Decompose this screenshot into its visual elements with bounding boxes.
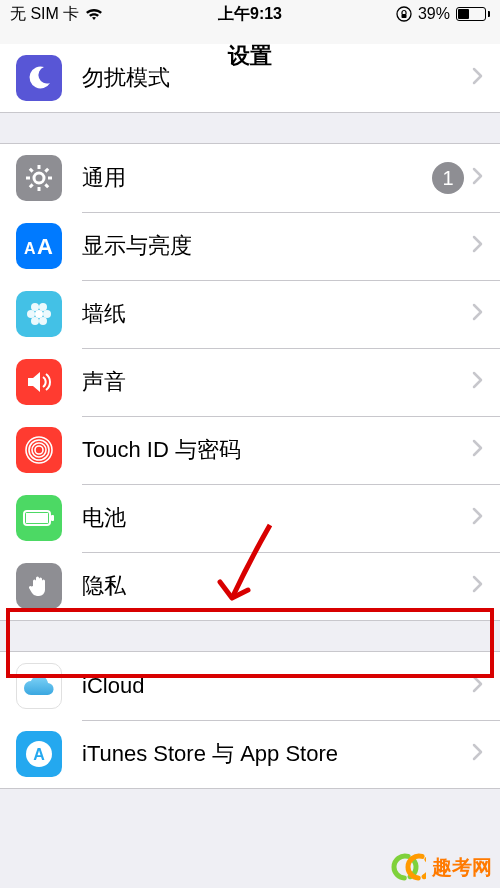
watermark-text: 趣考网 bbox=[432, 854, 492, 881]
aa-icon: AA bbox=[16, 223, 62, 269]
cell-wallpaper[interactable]: 墙纸 bbox=[0, 280, 500, 348]
svg-text:A: A bbox=[33, 746, 45, 763]
chevron-right-icon bbox=[472, 743, 484, 765]
gear-icon bbox=[16, 155, 62, 201]
svg-text:A: A bbox=[24, 240, 36, 257]
svg-point-23 bbox=[26, 437, 52, 463]
svg-point-16 bbox=[31, 317, 39, 325]
svg-rect-1 bbox=[401, 14, 406, 18]
watermark-logo-icon bbox=[390, 852, 426, 882]
cell-label: 墙纸 bbox=[82, 299, 472, 329]
cell-label: Touch ID 与密码 bbox=[82, 435, 472, 465]
svg-point-20 bbox=[35, 446, 43, 454]
chevron-right-icon bbox=[472, 371, 484, 393]
cell-itunes[interactable]: AiTunes Store 与 App Store bbox=[0, 720, 500, 788]
carrier-text: 无 SIM 卡 bbox=[10, 4, 79, 25]
cell-label: 通用 bbox=[82, 163, 432, 193]
settings-group: iCloudAiTunes Store 与 App Store bbox=[0, 651, 500, 789]
svg-point-21 bbox=[32, 443, 46, 457]
chevron-right-icon bbox=[472, 67, 484, 89]
svg-point-18 bbox=[31, 303, 39, 311]
chevron-right-icon bbox=[472, 167, 484, 189]
cell-label: 勿扰模式 bbox=[82, 63, 472, 93]
svg-line-10 bbox=[45, 169, 48, 172]
svg-rect-26 bbox=[51, 515, 54, 521]
battery-percent: 39% bbox=[418, 5, 450, 23]
svg-point-13 bbox=[35, 310, 43, 318]
orientation-lock-icon bbox=[396, 6, 412, 22]
svg-line-4 bbox=[45, 184, 48, 187]
status-bar: 无 SIM 卡 上午9:13 39% bbox=[0, 0, 500, 28]
cell-icloud[interactable]: iCloud bbox=[0, 652, 500, 720]
svg-text:A: A bbox=[37, 234, 53, 259]
watermark: 趣考网 bbox=[390, 852, 492, 882]
battery-icon bbox=[456, 7, 490, 21]
svg-point-19 bbox=[39, 303, 47, 311]
svg-rect-25 bbox=[26, 513, 48, 523]
cloud-icon bbox=[16, 663, 62, 709]
speaker-icon bbox=[16, 359, 62, 405]
cell-label: 显示与亮度 bbox=[82, 231, 472, 261]
cell-label: iCloud bbox=[82, 673, 472, 699]
cell-label: iTunes Store 与 App Store bbox=[82, 739, 472, 769]
chevron-right-icon bbox=[472, 303, 484, 325]
appstore-icon: A bbox=[16, 731, 62, 777]
chevron-right-icon bbox=[472, 439, 484, 461]
cell-dnd[interactable]: 勿扰模式 bbox=[0, 44, 500, 112]
svg-point-2 bbox=[34, 173, 44, 183]
status-time: 上午9:13 bbox=[218, 4, 282, 25]
svg-line-6 bbox=[30, 184, 33, 187]
settings-group: 通用1AA显示与亮度墙纸声音Touch ID 与密码电池隐私 bbox=[0, 143, 500, 621]
svg-point-14 bbox=[43, 310, 51, 318]
chevron-right-icon bbox=[472, 675, 484, 697]
svg-point-17 bbox=[27, 310, 35, 318]
cell-privacy[interactable]: 隐私 bbox=[0, 552, 500, 620]
wifi-icon bbox=[85, 7, 103, 21]
cell-label: 声音 bbox=[82, 367, 472, 397]
svg-line-8 bbox=[30, 169, 33, 172]
cell-label: 隐私 bbox=[82, 571, 472, 601]
flower-icon bbox=[16, 291, 62, 337]
fingerprint-icon bbox=[16, 427, 62, 473]
cell-battery[interactable]: 电池 bbox=[0, 484, 500, 552]
cell-label: 电池 bbox=[82, 503, 472, 533]
cell-sound[interactable]: 声音 bbox=[0, 348, 500, 416]
cell-display[interactable]: AA显示与亮度 bbox=[0, 212, 500, 280]
cell-general[interactable]: 通用1 bbox=[0, 144, 500, 212]
chevron-right-icon bbox=[472, 575, 484, 597]
battery-icon bbox=[16, 495, 62, 541]
chevron-right-icon bbox=[472, 235, 484, 257]
moon-icon bbox=[16, 55, 62, 101]
settings-group: 勿扰模式 bbox=[0, 44, 500, 113]
svg-point-15 bbox=[39, 317, 47, 325]
cell-touchid[interactable]: Touch ID 与密码 bbox=[0, 416, 500, 484]
badge: 1 bbox=[432, 162, 464, 194]
hand-icon bbox=[16, 563, 62, 609]
chevron-right-icon bbox=[472, 507, 484, 529]
